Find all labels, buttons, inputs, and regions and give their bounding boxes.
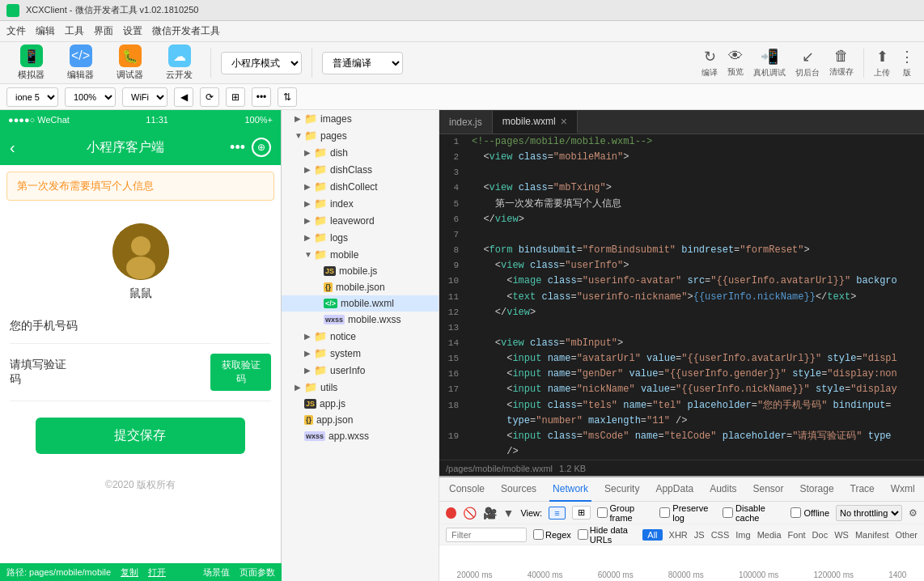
group-frame-label[interactable]: Group frame xyxy=(597,503,654,523)
tab-mobile-wxml[interactable]: mobile.wxml × xyxy=(493,111,578,134)
filter-all-button[interactable]: All xyxy=(642,529,662,541)
rotate-button[interactable]: ⟳ xyxy=(200,87,219,107)
disable-cache-label[interactable]: Disable cache xyxy=(723,503,784,523)
dots-button[interactable]: ••• xyxy=(252,87,271,107)
cut-backend-button[interactable]: ↙ 切后台 xyxy=(795,48,820,78)
tab-index-js[interactable]: index.js xyxy=(439,111,493,134)
preserve-log-label[interactable]: Preserve log xyxy=(659,503,716,523)
collapse-button[interactable]: ◀ xyxy=(174,87,193,107)
settings-icon[interactable]: ⚙ xyxy=(909,507,918,519)
scene-label[interactable]: 场景值 xyxy=(203,566,230,579)
clear-cache-button[interactable]: 🗑 清缓存 xyxy=(829,48,854,78)
upload-button[interactable]: ⬆ 上传 xyxy=(874,48,890,78)
tab-security[interactable]: Security xyxy=(601,477,642,502)
hide-data-urls-checkbox[interactable] xyxy=(578,529,588,540)
filter-js[interactable]: JS xyxy=(694,530,705,540)
filter-xhr[interactable]: XHR xyxy=(669,530,688,540)
zoom-select[interactable]: 100% xyxy=(65,87,116,107)
filetree-item-app-json[interactable]: {} app.json xyxy=(282,412,439,428)
tab-sensor[interactable]: Sensor xyxy=(750,477,787,502)
phone-plus-button[interactable]: ⊕ xyxy=(252,138,271,157)
filetree-item-mobile-json[interactable]: {} mobile.json xyxy=(282,279,439,295)
compile-select[interactable]: 普通编译 xyxy=(322,52,403,74)
filter-other[interactable]: Other xyxy=(895,530,918,540)
hide-data-urls-label[interactable]: Hide data URLs xyxy=(578,525,637,545)
menu-tools[interactable]: 工具 xyxy=(65,24,84,38)
tab-audits[interactable]: Audits xyxy=(706,477,740,502)
device-select[interactable]: ione 5 xyxy=(6,87,58,107)
phone-dots-button[interactable]: ••• xyxy=(230,139,245,156)
tab-close-icon[interactable]: × xyxy=(561,115,567,128)
tab-sources[interactable]: Sources xyxy=(498,477,540,502)
filetree-item-app-js[interactable]: JS app.js xyxy=(282,396,439,412)
filetree-item-mobile[interactable]: ▼ 📁 mobile xyxy=(282,246,439,263)
filetree-item-logs[interactable]: ▶ 📁 logs xyxy=(282,229,439,246)
real-machine-button[interactable]: 📲 真机调试 xyxy=(753,48,786,78)
throttle-select[interactable]: No throttling xyxy=(836,505,902,521)
adjust-button[interactable]: ⇅ xyxy=(278,87,297,107)
page-label[interactable]: 页面参数 xyxy=(239,566,275,579)
editor-button[interactable]: </> 编辑器 xyxy=(59,41,102,84)
offline-checkbox[interactable] xyxy=(790,507,801,518)
filetree-item-leaveword[interactable]: ▶ 📁 leaveword xyxy=(282,212,439,229)
mode-select[interactable]: 小程序模式 xyxy=(221,52,302,74)
grid-button[interactable]: ⊞ xyxy=(226,87,245,107)
clear-button[interactable]: 🚫 xyxy=(463,507,477,520)
filetree-item-mobile-wxml[interactable]: </> mobile.wxml xyxy=(282,295,439,312)
menu-file[interactable]: 文件 xyxy=(6,24,26,38)
filetree-item-notice[interactable]: ▶ 📁 notice xyxy=(282,328,439,345)
preview-button[interactable]: 👁 预览 xyxy=(727,48,744,78)
filter-doc[interactable]: Doc xyxy=(812,530,829,540)
tab-trace[interactable]: Trace xyxy=(847,477,878,502)
capture-button[interactable]: 🎥 xyxy=(483,507,497,520)
avatar[interactable] xyxy=(112,223,169,280)
menu-edit[interactable]: 编辑 xyxy=(36,24,55,38)
filetree-item-app-wxss[interactable]: wxss app.wxss xyxy=(282,428,439,444)
filetree-item-userinfo[interactable]: ▶ 📁 userInfo xyxy=(282,362,439,379)
tab-console[interactable]: Console xyxy=(446,477,488,502)
compile-button[interactable]: ↻ 编译 xyxy=(701,48,718,78)
view-group-button[interactable]: ⊞ xyxy=(572,506,591,520)
filter-input[interactable] xyxy=(446,528,527,542)
debugger-button[interactable]: 🐛 调试器 xyxy=(108,41,151,84)
submit-button[interactable]: 提交保存 xyxy=(36,418,244,454)
filetree-item-dishclass[interactable]: ▶ 📁 dishClass xyxy=(282,161,439,178)
simulator-button[interactable]: 📱 模拟器 xyxy=(10,41,53,84)
filter-font[interactable]: Font xyxy=(788,530,806,540)
verify-input[interactable] xyxy=(74,367,210,379)
tab-storage[interactable]: Storage xyxy=(797,477,837,502)
copy-button[interactable]: 复制 xyxy=(121,566,138,579)
tab-network[interactable]: Network xyxy=(549,477,591,502)
tab-wxml[interactable]: Wxml xyxy=(888,477,918,502)
filetree-item-utils[interactable]: ▶ 📁 utils xyxy=(282,379,439,396)
filter-media[interactable]: Media xyxy=(757,530,782,540)
filter-ws[interactable]: WS xyxy=(834,530,849,540)
filter-manifest[interactable]: Manifest xyxy=(855,530,889,540)
disable-cache-checkbox[interactable] xyxy=(723,507,733,518)
filetree-item-dishcollect[interactable]: ▶ 📁 dishCollect xyxy=(282,178,439,195)
filter-img[interactable]: Img xyxy=(735,530,750,540)
regex-checkbox[interactable] xyxy=(533,529,544,540)
offline-label[interactable]: Offline xyxy=(790,507,829,518)
network-select[interactable]: WiFi xyxy=(122,87,167,107)
group-frame-checkbox[interactable] xyxy=(597,507,608,518)
regex-label[interactable]: Regex xyxy=(533,529,571,540)
filetree-item-index[interactable]: ▶ 📁 index xyxy=(282,195,439,212)
tab-appdata[interactable]: AppData xyxy=(652,477,697,502)
menu-interface[interactable]: 界面 xyxy=(94,24,113,38)
filetree-item-mobile-js[interactable]: JS mobile.js xyxy=(282,263,439,279)
filter-css[interactable]: CSS xyxy=(711,530,730,540)
preserve-log-checkbox[interactable] xyxy=(659,507,670,518)
view-list-button[interactable]: ≡ xyxy=(549,507,565,520)
filetree-item-pages[interactable]: ▼ 📁 pages xyxy=(282,127,439,144)
more-button[interactable]: ⋮ 版 xyxy=(900,48,914,78)
cloud-button[interactable]: ☁ 云开发 xyxy=(158,41,201,84)
record-button[interactable] xyxy=(446,507,456,519)
menu-settings[interactable]: 设置 xyxy=(123,24,142,38)
open-button[interactable]: 打开 xyxy=(148,566,166,579)
get-verify-button[interactable]: 获取验证码 xyxy=(210,354,271,391)
filetree-item-dish[interactable]: ▶ 📁 dish xyxy=(282,144,439,161)
filetree-item-images[interactable]: ▶ 📁 images xyxy=(282,110,439,127)
menu-wechat-devtools[interactable]: 微信开发者工具 xyxy=(152,24,220,38)
filetree-item-system[interactable]: ▶ 📁 system xyxy=(282,345,439,362)
